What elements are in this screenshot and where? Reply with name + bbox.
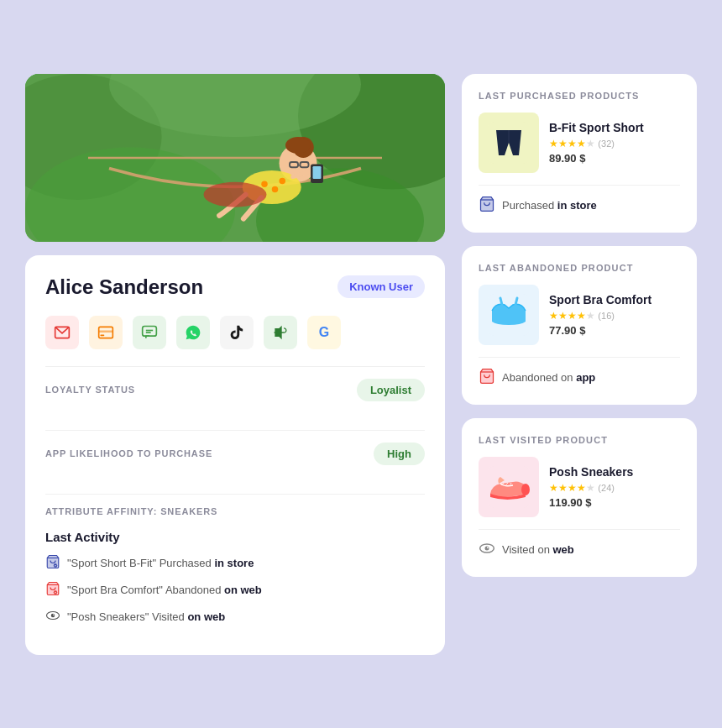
google-letter: G: [319, 325, 329, 340]
profile-name: Alice Sanderson: [45, 275, 203, 299]
main-container: Alice Sanderson Known User: [25, 74, 697, 655]
abandon-action-svg: [479, 368, 495, 385]
activity-icon-1: [45, 554, 60, 573]
svg-point-20: [204, 181, 267, 207]
purchased-action: Purchased in store: [479, 185, 680, 216]
affinity-section: ATTRIBUTE AFFINITY: SNEAKERS Last Activi…: [45, 494, 425, 635]
activity-text-2: "Sport Bra Comfort" Abandoned on web: [67, 584, 262, 596]
profile-header: Alice Sanderson Known User: [45, 275, 425, 299]
purchased-product-thumb: [479, 113, 539, 173]
svg-rect-23: [99, 330, 113, 333]
known-user-badge: Known User: [337, 275, 425, 298]
last-purchased-title: LAST PURCHASED PRODUCTS: [479, 91, 680, 101]
activity-icon-2: [45, 581, 60, 600]
activity-text-1: "Sport Short B-Fit" Purchased in store: [67, 557, 254, 569]
visited-product-info: Posh Sneakers ★★★★★ (24) 119.90 $: [549, 465, 680, 509]
activity-item-1: "Sport Short B-Fit" Purchased in store: [45, 554, 425, 573]
svg-point-15: [272, 186, 279, 192]
abandon-action-icon: [479, 368, 495, 388]
channel-email[interactable]: [45, 316, 79, 349]
loyalty-row: LOYALTY STATUS Loyalist: [45, 366, 425, 413]
likelihood-row: APP LIKELIHOOD TO PURCHASE High: [45, 430, 425, 477]
purchased-review-count: (32): [598, 139, 615, 149]
channel-whatsapp[interactable]: [176, 316, 210, 349]
store-bag-icon: [45, 554, 60, 569]
visited-review-count: (24): [598, 483, 615, 493]
profile-card: Alice Sanderson Known User: [25, 255, 445, 655]
sneakers-svg: [484, 462, 534, 512]
purchased-product-info: B-Fit Sport Short ★★★★★ (32) 89.90 $: [549, 121, 680, 165]
likelihood-badge: High: [374, 443, 425, 465]
last-abandoned-card: LAST ABANDONED PRODUCT Sport Bra: [462, 246, 697, 405]
bra-svg: [484, 290, 534, 340]
svg-rect-19: [313, 166, 322, 179]
svg-rect-24: [100, 334, 104, 336]
svg-point-14: [261, 181, 268, 187]
channel-announce[interactable]: [264, 316, 297, 349]
activity-text-3: "Posh Sneakers" Visited on web: [67, 610, 225, 623]
visited-product-thumb: [479, 457, 539, 517]
purchased-action-text: Purchased in store: [502, 199, 597, 212]
channel-google[interactable]: G: [307, 316, 341, 349]
svg-line-39: [500, 298, 502, 305]
channel-tiktok[interactable]: [220, 316, 254, 349]
visited-action-text: Visited on web: [502, 543, 574, 556]
abandoned-action: Abandoned on app: [479, 357, 680, 388]
activity-item-3: "Posh Sneakers" Visited on web: [45, 608, 425, 626]
activity-item-2: "Sport Bra Comfort" Abandoned on web: [45, 581, 425, 600]
last-visited-card: LAST VISITED PRODUCT: [462, 418, 697, 577]
eye-icon-visited: [479, 540, 495, 557]
purchased-stars: ★★★★★ (32): [549, 138, 680, 149]
affinity-label: ATTRIBUTE AFFINITY: SNEAKERS: [45, 506, 425, 516]
visited-price: 119.90 $: [549, 496, 680, 509]
purchased-product-row: B-Fit Sport Short ★★★★★ (32) 89.90 $: [479, 113, 680, 173]
visited-product-row: Posh Sneakers ★★★★★ (24) 119.90 $: [479, 457, 680, 517]
channel-chat[interactable]: [133, 316, 166, 349]
last-visited-title: LAST VISITED PRODUCT: [479, 435, 680, 445]
abandoned-product-thumb: [479, 285, 539, 345]
store-icon: [479, 196, 495, 212]
abandoned-product-info: Sport Bra Comfort ★★★★★ (16) 77.90 $: [549, 293, 680, 337]
channel-card[interactable]: [89, 316, 123, 349]
abandon-icon: [45, 581, 60, 596]
svg-point-48: [485, 546, 489, 550]
store-action-icon: [479, 196, 495, 216]
card-icon: [97, 324, 114, 341]
svg-point-49: [487, 547, 489, 548]
activity-icon-3: [45, 608, 60, 626]
visited-stars: ★★★★★ (24): [549, 482, 680, 494]
chat-icon: [141, 324, 158, 341]
abandoned-action-text: Abandoned on app: [502, 371, 595, 384]
abandoned-review-count: (16): [598, 311, 615, 321]
activity-title: Last Activity: [45, 530, 425, 544]
whatsapp-icon: [185, 324, 201, 341]
visit-action-icon: [479, 540, 495, 560]
svg-point-16: [280, 177, 286, 184]
email-icon: [54, 324, 71, 341]
abandoned-stars: ★★★★★ (16): [549, 310, 680, 322]
shorts-svg: [484, 118, 534, 168]
hero-image: [25, 74, 445, 242]
hero-scene-svg: [25, 74, 445, 242]
purchased-price: 89.90 $: [549, 152, 680, 165]
tiktok-icon: [228, 324, 245, 341]
loyalty-badge: Loyalist: [357, 379, 425, 401]
activity-section: Last Activity: [45, 530, 425, 626]
last-purchased-card: LAST PURCHASED PRODUCTS B-Fit Sport Shor…: [462, 74, 697, 233]
svg-line-40: [515, 298, 517, 305]
right-column: LAST PURCHASED PRODUCTS B-Fit Sport Shor…: [462, 74, 697, 655]
abandoned-product-row: Sport Bra Comfort ★★★★★ (16) 77.90 $: [479, 285, 680, 345]
likelihood-label: APP LIKELIHOOD TO PURCHASE: [45, 448, 212, 458]
visited-product-name: Posh Sneakers: [549, 465, 680, 479]
abandoned-product-name: Sport Bra Comfort: [549, 293, 680, 306]
svg-point-34: [53, 614, 55, 615]
announce-icon: [272, 324, 289, 341]
abandoned-price: 77.90 $: [549, 324, 680, 337]
channels-row: G: [45, 316, 425, 349]
eye-visit-icon: [45, 608, 60, 623]
last-abandoned-title: LAST ABANDONED PRODUCT: [479, 263, 680, 273]
svg-point-46: [521, 484, 530, 495]
loyalty-label: LOYALTY STATUS: [45, 385, 135, 395]
svg-point-33: [51, 613, 55, 617]
left-column: Alice Sanderson Known User: [25, 74, 445, 655]
